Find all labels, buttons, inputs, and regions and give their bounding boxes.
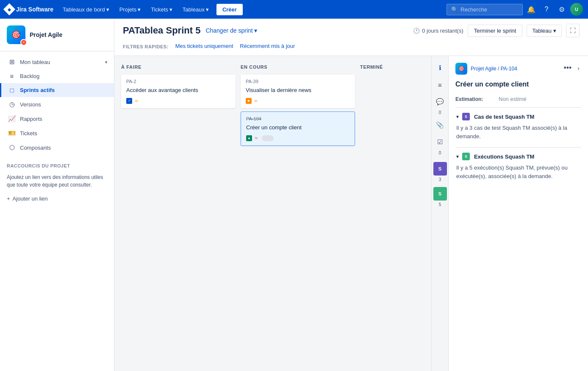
chart-icon: 📈 bbox=[8, 115, 16, 123]
sidebar-item-backlog[interactable]: ≡ Backlog bbox=[0, 69, 114, 83]
estimation-value: Non estimé bbox=[499, 96, 527, 102]
breadcrumb-project[interactable]: Projet Agile bbox=[471, 66, 496, 72]
filter-mes-tickets[interactable]: Mes tickets uniquement bbox=[175, 42, 233, 51]
card-pa-2[interactable]: PA-2 Accéder aux avantage clients ✓ = bbox=[121, 75, 236, 108]
filter-recemment[interactable]: Récemment mis à jour bbox=[240, 42, 295, 51]
card-type-icon: ▲ bbox=[246, 135, 252, 141]
card-title: Accéder aux avantage clients bbox=[126, 86, 230, 94]
change-sprint-link[interactable]: Changer de sprint ▾ bbox=[205, 27, 257, 34]
section-text-executions: Il y a 5 exécution(s) Squash TM, prévue(… bbox=[455, 164, 581, 180]
detail-icon-description[interactable]: ≡ bbox=[433, 78, 447, 92]
project-avatar: 🎯 + bbox=[7, 25, 25, 44]
board-body: À FAIRE PA-2 Accéder aux avantage client… bbox=[114, 56, 588, 371]
fullscreen-button[interactable]: ⛶ bbox=[566, 24, 580, 37]
card-id: PA-2 bbox=[126, 79, 230, 84]
bell-icon: 🔔 bbox=[527, 6, 535, 14]
chevron-down-icon: ▼ bbox=[455, 154, 460, 159]
ticket-icon: 🎫 bbox=[8, 129, 16, 137]
time-remaining: 🕐 0 jours restant(s) bbox=[413, 28, 463, 34]
search-bar[interactable]: 🔍 Recherche bbox=[447, 4, 523, 15]
sidebar-item-rapports[interactable]: 📈 Rapports bbox=[0, 112, 114, 126]
chevron-down-icon: ▾ bbox=[206, 6, 209, 13]
detail-icon-attachment[interactable]: 📎 bbox=[433, 118, 447, 132]
detail-panel: ℹ ≡ 💬 0 📎 ☑ 0 bbox=[431, 56, 588, 371]
card-pa-104[interactable]: PA-104 Créer un compte client ▲ ≈ bbox=[241, 112, 355, 146]
divider bbox=[455, 147, 581, 148]
chevron-down-icon: ▾ bbox=[169, 6, 172, 13]
detail-icon-squash-purple[interactable]: S bbox=[433, 162, 447, 176]
project-header: 🎯 + Projet Agile bbox=[0, 19, 114, 51]
settings-button[interactable]: ⚙ bbox=[555, 3, 569, 16]
nav-projets[interactable]: Projets ▾ bbox=[115, 4, 145, 15]
detail-icon-info[interactable]: ℹ bbox=[433, 61, 447, 75]
tableau-button[interactable]: Tableau ▾ bbox=[527, 25, 562, 37]
sidebar: 🎯 + Projet Agile ⊞ Mon tableau ▾ ≡ Backl… bbox=[0, 19, 114, 371]
card-toggle[interactable] bbox=[262, 135, 274, 141]
divider bbox=[455, 107, 581, 108]
card-id: PA-104 bbox=[246, 116, 349, 121]
card-title: Visualiser la dernière news bbox=[246, 86, 350, 94]
chevron-down-icon: ▾ bbox=[553, 28, 556, 34]
shortcuts-section-label: RACCOURCIS DU PROJET bbox=[0, 158, 114, 170]
chevron-down-icon: ▼ bbox=[455, 114, 460, 119]
chevron-down-icon: ▾ bbox=[138, 6, 141, 13]
detail-expand-button[interactable]: › bbox=[576, 64, 581, 73]
plus-icon: + bbox=[7, 195, 10, 202]
user-avatar[interactable]: U bbox=[570, 3, 583, 16]
notifications-button[interactable]: 🔔 bbox=[524, 3, 538, 16]
search-placeholder: Recherche bbox=[460, 6, 487, 13]
card-title: Créer un compte client bbox=[246, 124, 349, 131]
list-icon: ≡ bbox=[8, 73, 16, 80]
section-title: Exécutions Squash TM bbox=[474, 153, 534, 160]
shortcuts-description: Ajoutez un lien vers des informations ut… bbox=[0, 170, 114, 192]
column-a-faire: À FAIRE PA-2 Accéder aux avantage client… bbox=[121, 63, 236, 364]
checklist-count: 0 bbox=[439, 151, 441, 155]
column-en-cours: EN COURS PA-39 Visualiser la dernière ne… bbox=[241, 63, 355, 364]
priority-high-icon: ≈ bbox=[255, 135, 258, 141]
end-sprint-button[interactable]: Terminer le sprint bbox=[468, 25, 523, 37]
brand-diamond-icon: ◆ bbox=[3, 3, 15, 15]
detail-menu-button[interactable]: ••• bbox=[561, 63, 574, 73]
section-header-executions[interactable]: ▼ S Exécutions Squash TM bbox=[455, 153, 581, 160]
sidebar-item-versions[interactable]: ◷ Versions bbox=[0, 97, 114, 112]
brand-name: Jira Software bbox=[16, 6, 53, 13]
add-link-button[interactable]: + Ajouter un lien bbox=[0, 192, 114, 205]
detail-project-badge: 🎯 Projet Agile / PA-104 bbox=[455, 63, 517, 75]
sidebar-item-tickets[interactable]: 🎫 Tickets bbox=[0, 126, 114, 140]
squash-purple-icon: S bbox=[462, 113, 470, 120]
versions-icon: ◷ bbox=[8, 100, 16, 108]
fullscreen-icon: ⛶ bbox=[570, 27, 576, 34]
help-button[interactable]: ? bbox=[540, 3, 553, 16]
brand-logo[interactable]: ◆ Jira Software bbox=[5, 5, 53, 14]
detail-icon-checklist[interactable]: ☑ bbox=[433, 135, 447, 149]
top-navigation: ◆ Jira Software Tableaux de bord ▾ Proje… bbox=[0, 0, 588, 19]
search-icon: 🔍 bbox=[451, 6, 458, 13]
sidebar-item-sprints-actifs[interactable]: □ Sprints actifs bbox=[0, 83, 114, 97]
card-pa-39[interactable]: PA-39 Visualiser la dernière news ■ = bbox=[241, 75, 355, 108]
nav-tickets[interactable]: Tickets ▾ bbox=[147, 4, 177, 15]
sidebar-item-composants[interactable]: ⬡ Composants bbox=[0, 140, 114, 155]
chevron-down-icon: ▾ bbox=[254, 27, 257, 34]
detail-icon-comment[interactable]: 💬 bbox=[433, 95, 447, 109]
grid-icon: ⊞ bbox=[8, 58, 16, 66]
priority-icon: = bbox=[135, 98, 138, 104]
create-button[interactable]: Créer bbox=[216, 4, 243, 15]
breadcrumb-ticket[interactable]: PA-104 bbox=[501, 66, 517, 72]
nav-tableaux-de-bord[interactable]: Tableaux de bord ▾ bbox=[58, 4, 114, 15]
nav-tableaux[interactable]: Tableaux ▾ bbox=[178, 4, 213, 15]
column-termine: TERMINÉ bbox=[360, 63, 431, 364]
squash-green-icon: S bbox=[462, 153, 470, 160]
board-filters: FILTRES RAPIDES: Mes tickets uniquement … bbox=[123, 42, 580, 56]
section-header-cas-de-test[interactable]: ▼ S Cas de test Squash TM bbox=[455, 113, 581, 120]
sprint-icon: □ bbox=[8, 86, 16, 94]
detail-content: 🎯 Projet Agile / PA-104 ••• › bbox=[449, 56, 588, 371]
board-title: PATablea Sprint 5 bbox=[123, 25, 200, 36]
column-header-termine: TERMINÉ bbox=[360, 63, 431, 71]
section-title: Cas de test Squash TM bbox=[474, 114, 534, 120]
sidebar-item-mon-tableau[interactable]: ⊞ Mon tableau ▾ bbox=[0, 55, 114, 69]
card-footer: ■ = bbox=[246, 98, 350, 104]
detail-section-executions: ▼ S Exécutions Squash TM Il y a 5 exécut… bbox=[455, 153, 581, 180]
detail-icon-squash-green[interactable]: S bbox=[433, 187, 447, 201]
section-text-cas-de-test: Il y a 3 cas de test Squash TM associé(s… bbox=[455, 124, 581, 140]
card-footer: ✓ = bbox=[126, 98, 230, 104]
